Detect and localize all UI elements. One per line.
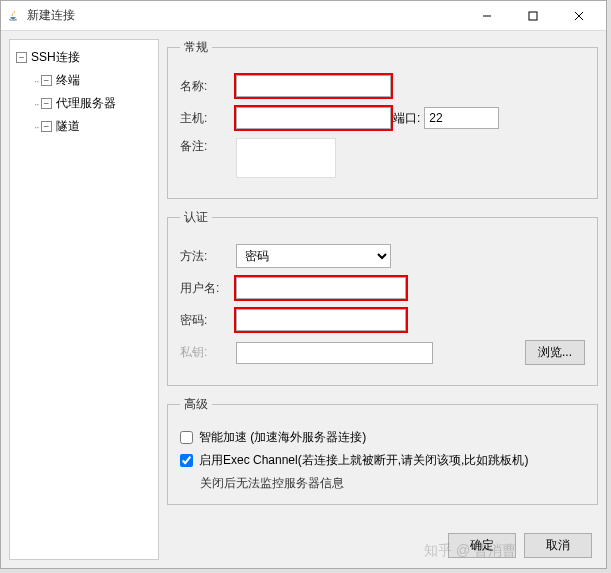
- memo-input[interactable]: [236, 138, 336, 178]
- ok-button[interactable]: 确定: [448, 533, 516, 558]
- collapse-icon[interactable]: −: [41, 75, 52, 86]
- exec-note: 关闭后无法监控服务器信息: [180, 475, 585, 492]
- tree-connector: ··: [34, 74, 39, 88]
- java-app-icon: [5, 8, 21, 24]
- collapse-icon[interactable]: −: [16, 52, 27, 63]
- tree-item-tunnel[interactable]: ·· − 隧道: [16, 115, 152, 138]
- password-input[interactable]: [236, 309, 406, 331]
- tree-label: 终端: [56, 72, 80, 89]
- tree-item-terminal[interactable]: ·· − 终端: [16, 69, 152, 92]
- svg-rect-1: [529, 12, 537, 20]
- name-input[interactable]: [236, 75, 391, 97]
- port-label: 端口:: [393, 110, 420, 127]
- nav-tree: − SSH连接 ·· − 终端 ·· − 代理服务器 ·· − 隧道: [9, 39, 159, 560]
- general-group: 常规 名称: 主机: 端口: 备注:: [167, 39, 598, 199]
- general-legend: 常规: [180, 39, 212, 56]
- auth-legend: 认证: [180, 209, 212, 226]
- exec-label: 启用Exec Channel(若连接上就被断开,请关闭该项,比如跳板机): [199, 452, 528, 469]
- collapse-icon[interactable]: −: [41, 121, 52, 132]
- method-label: 方法:: [180, 248, 236, 265]
- auth-group: 认证 方法: 密码 用户名: 密码: 私钥:: [167, 209, 598, 386]
- tree-connector: ··: [34, 97, 39, 111]
- method-select[interactable]: 密码: [236, 244, 391, 268]
- minimize-button[interactable]: [464, 1, 510, 31]
- accel-checkbox[interactable]: [180, 431, 193, 444]
- tree-label: SSH连接: [31, 49, 80, 66]
- username-label: 用户名:: [180, 280, 236, 297]
- username-input[interactable]: [236, 277, 406, 299]
- dialog-body: − SSH连接 ·· − 终端 ·· − 代理服务器 ·· − 隧道 常规: [1, 31, 606, 568]
- titlebar: 新建连接: [1, 1, 606, 31]
- privkey-label: 私钥:: [180, 344, 236, 361]
- tree-label: 隧道: [56, 118, 80, 135]
- browse-button[interactable]: 浏览...: [525, 340, 585, 365]
- maximize-button[interactable]: [510, 1, 556, 31]
- tree-item-proxy[interactable]: ·· − 代理服务器: [16, 92, 152, 115]
- close-button[interactable]: [556, 1, 602, 31]
- exec-checkbox[interactable]: [180, 454, 193, 467]
- host-input[interactable]: [236, 107, 391, 129]
- dialog-footer: 确定 取消: [448, 533, 592, 558]
- main-panel: 常规 名称: 主机: 端口: 备注: 认证: [167, 39, 598, 560]
- tree-label: 代理服务器: [56, 95, 116, 112]
- accel-label: 智能加速 (加速海外服务器连接): [199, 429, 366, 446]
- name-label: 名称:: [180, 78, 236, 95]
- collapse-icon[interactable]: −: [41, 98, 52, 109]
- host-label: 主机:: [180, 110, 236, 127]
- window-controls: [464, 1, 602, 31]
- advanced-group: 高级 智能加速 (加速海外服务器连接) 启用Exec Channel(若连接上就…: [167, 396, 598, 505]
- advanced-legend: 高级: [180, 396, 212, 413]
- port-input[interactable]: [424, 107, 499, 129]
- privkey-input: [236, 342, 433, 364]
- window-title: 新建连接: [27, 7, 464, 24]
- memo-label: 备注:: [180, 138, 236, 155]
- cancel-button[interactable]: 取消: [524, 533, 592, 558]
- password-label: 密码:: [180, 312, 236, 329]
- dialog-window: 新建连接 − SSH连接 ·· − 终端 ·· − 代理服务器: [0, 0, 607, 569]
- tree-connector: ··: [34, 120, 39, 134]
- tree-item-ssh[interactable]: − SSH连接: [16, 46, 152, 69]
